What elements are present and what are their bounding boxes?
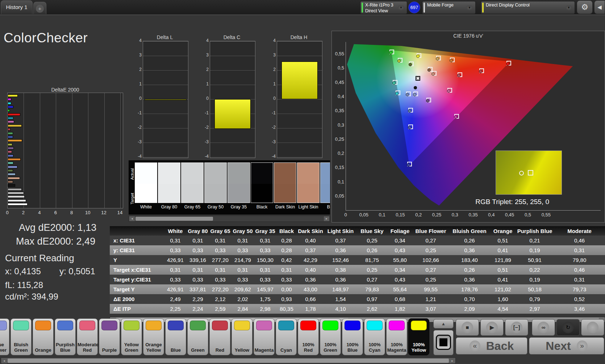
source-status-stripe — [424, 3, 425, 13]
y-axis-line — [346, 42, 346, 211]
table-cell: 0,79 — [516, 296, 554, 302]
swatch-label: Gray 35 — [228, 204, 250, 209]
swatch-actual — [251, 163, 273, 184]
deltae-bar — [8, 155, 13, 157]
patch-button-100-blue[interactable]: 100% Blue — [342, 318, 363, 355]
stop-button[interactable]: ■ — [456, 319, 479, 336]
table-cell: 0,31 — [554, 247, 605, 253]
reading-fl: fL: 115,28 — [5, 280, 43, 290]
display-control-dropdown[interactable]: Direct Display Control ▼ — [481, 1, 575, 14]
patch-button-blue-flower[interactable]: Blue Flower — [0, 318, 9, 355]
axis-tick-label: 0,35 — [332, 108, 344, 113]
axis-tick-label: -2 — [202, 125, 209, 130]
scroll-left-arrow-icon[interactable]: ◂ — [129, 216, 135, 221]
continuous-read-button[interactable]: ∞ — [532, 319, 555, 336]
table-header-row: WhiteGray 80Gray 65Gray 50Gray 35BlackDa… — [110, 226, 605, 236]
swatch-label: Gray 80 — [158, 204, 180, 209]
patch-button-orange[interactable]: Orange — [33, 318, 54, 355]
chart-title: CIE 1976 u'v' — [332, 33, 605, 39]
swatch-target — [321, 184, 330, 203]
delta-c-chart: Delta C 43210-1-2-3-4 — [202, 34, 256, 161]
table-cell: 0,36 — [449, 247, 490, 253]
swatch-actual — [135, 163, 157, 184]
scroll-patches-up-button[interactable]: ▲ — [433, 319, 454, 329]
patch-button-100-magenta[interactable]: 100% Magenta — [386, 318, 407, 355]
add-tab-button[interactable]: + — [33, 2, 46, 14]
pattern-window-button[interactable] — [433, 330, 454, 355]
swatch-actual — [321, 163, 330, 184]
patch-button-purple[interactable]: Purple — [99, 318, 120, 355]
axis-tick-label: -3 — [269, 139, 276, 144]
collapse-panel-button[interactable]: ◀ — [594, 0, 605, 14]
table-cell: 43,00 — [297, 286, 324, 292]
patch-button-moderate-red[interactable]: Moderate Red — [77, 318, 98, 355]
patch-button-yellow-green[interactable]: Yellow Green — [121, 318, 142, 355]
table-cell: 2,24 — [187, 306, 209, 312]
swatch-scrollbar[interactable]: ◂ ▸ — [129, 216, 330, 222]
patch-button-100-cyan[interactable]: 100% Cyan — [364, 318, 385, 355]
tab-history-1[interactable]: History 1 — [1, 0, 33, 14]
gridline — [277, 128, 322, 128]
patch-button-100-green[interactable]: 100% Green — [320, 318, 341, 355]
axis-tick-label: 0,35 — [466, 212, 480, 217]
refresh-button[interactable]: ↻ — [556, 319, 580, 336]
patch-button-100-red[interactable]: 100% Red — [298, 318, 319, 355]
column-header: Light Skin — [324, 228, 357, 234]
patch-button-magenta[interactable]: Magenta — [254, 318, 275, 355]
table-cell: 0,26 — [449, 237, 490, 244]
meter-status-stripe — [362, 3, 363, 13]
table-cell: 0,25 — [413, 247, 449, 253]
patch-row-scrollbar[interactable]: ◂ ▸ — [1, 357, 456, 363]
measured-marker — [457, 74, 460, 77]
patch-button-cyan[interactable]: Cyan — [276, 318, 297, 355]
table-cell: 0,33 — [254, 247, 276, 253]
scrollbar-thumb[interactable] — [8, 359, 449, 363]
settings-button[interactable]: ⚙ — [577, 0, 593, 14]
play-button[interactable]: ▶ — [480, 319, 504, 336]
table-cell: 80,35 — [276, 306, 297, 312]
patch-button-100-yellow[interactable]: 100% Yellow — [408, 318, 429, 355]
patch-button-yellow[interactable]: Yellow — [231, 318, 253, 355]
gridline — [72, 93, 72, 208]
column-header: Gray 35 — [254, 228, 276, 234]
pattern-size-button[interactable]: [−] — [505, 319, 528, 336]
window-frame-icon — [436, 335, 451, 350]
swatch-label: Black — [251, 204, 273, 209]
patch-color-chip — [0, 321, 7, 330]
measured-marker — [436, 57, 439, 60]
patch-button-orange-yellow[interactable]: Orange Yellow — [143, 318, 164, 355]
scroll-right-arrow-icon[interactable]: ▸ — [450, 359, 455, 363]
table-cell: 214,79 — [231, 257, 254, 263]
measured-marker — [407, 163, 410, 166]
scroll-left-arrow-icon[interactable]: ◂ — [1, 359, 7, 363]
table-cell: 0,33 — [187, 276, 209, 283]
patch-button-green[interactable]: Green — [187, 318, 208, 355]
patch-color-chip — [411, 321, 427, 330]
patch-button-red[interactable]: Red — [209, 318, 230, 355]
table-cell: 0,31 — [554, 276, 605, 283]
patch-color-chip — [300, 321, 316, 330]
deltae-bar — [8, 132, 13, 135]
table-cell: 0,93 — [276, 296, 297, 302]
source-dropdown[interactable]: Mobile Forge ▼ — [422, 1, 476, 14]
page-title: ColorChecker — [4, 30, 88, 46]
table-cell: 0,40 — [297, 267, 324, 273]
table-cell: 0,33 — [231, 247, 254, 253]
measured-marker — [414, 86, 417, 89]
patch-button-bluish-green[interactable]: Bluish Green — [11, 318, 32, 355]
table-cell: 145,97 — [254, 286, 276, 292]
table-cell: 0,31 — [231, 267, 254, 273]
patch-color-chip — [234, 321, 250, 330]
delta-bar — [214, 99, 251, 129]
scroll-right-arrow-icon[interactable]: ▸ — [324, 216, 329, 221]
meter-dropdown[interactable]: X-Rite i1Pro 3 Direct View ▼ — [360, 1, 407, 14]
blank-transport-button[interactable] — [581, 319, 604, 336]
patch-button-purplish-blue[interactable]: Purplish Blue — [55, 318, 76, 355]
patch-button-blue[interactable]: Blue — [165, 318, 186, 355]
scrollbar-thumb[interactable] — [135, 217, 213, 221]
meter-count-badge: 697 — [408, 1, 420, 13]
next-button[interactable]: Next » — [529, 337, 604, 355]
back-button[interactable]: « Back — [456, 337, 527, 355]
axis-tick-label: 10 — [83, 210, 92, 215]
measured-marker — [426, 99, 429, 102]
